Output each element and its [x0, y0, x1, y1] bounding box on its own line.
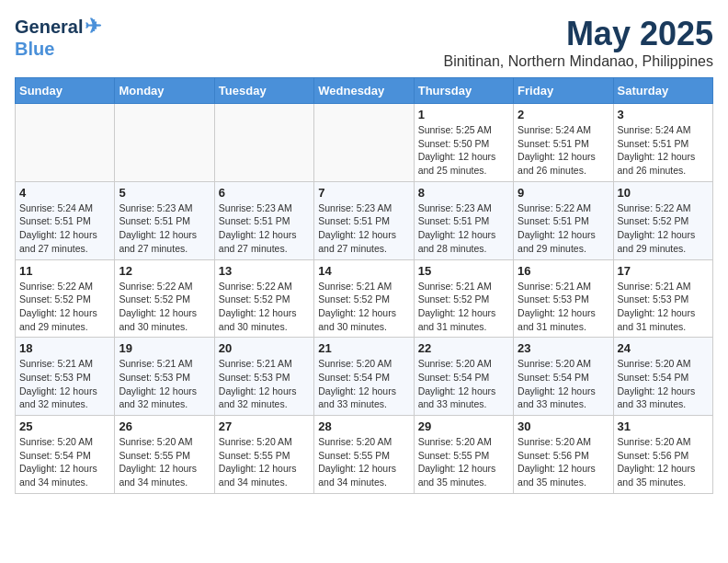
day-number: 9	[518, 186, 609, 200]
day-info: Sunrise: 5:21 AMSunset: 5:53 PMDaylight:…	[518, 280, 609, 334]
calendar-cell: 18Sunrise: 5:21 AMSunset: 5:53 PMDayligh…	[16, 338, 115, 416]
calendar-cell	[314, 104, 414, 182]
day-number: 13	[219, 264, 310, 278]
calendar-cell: 27Sunrise: 5:20 AMSunset: 5:55 PMDayligh…	[214, 416, 313, 494]
day-info: Sunrise: 5:20 AMSunset: 5:55 PMDaylight:…	[418, 435, 509, 489]
weekday-header-thursday: Thursday	[414, 78, 513, 104]
calendar-cell: 14Sunrise: 5:21 AMSunset: 5:52 PMDayligh…	[314, 259, 414, 338]
day-info: Sunrise: 5:20 AMSunset: 5:54 PMDaylight:…	[19, 435, 110, 489]
weekday-header-saturday: Saturday	[613, 78, 712, 104]
calendar-cell: 26Sunrise: 5:20 AMSunset: 5:55 PMDayligh…	[115, 416, 214, 494]
day-info: Sunrise: 5:20 AMSunset: 5:54 PMDaylight:…	[418, 357, 509, 411]
calendar-cell	[214, 104, 313, 182]
day-info: Sunrise: 5:22 AMSunset: 5:51 PMDaylight:…	[518, 201, 609, 256]
calendar-cell: 16Sunrise: 5:21 AMSunset: 5:53 PMDayligh…	[514, 259, 613, 338]
day-info: Sunrise: 5:20 AMSunset: 5:54 PMDaylight:…	[618, 357, 709, 411]
day-number: 18	[19, 341, 110, 355]
day-number: 15	[418, 264, 509, 278]
day-number: 24	[618, 341, 709, 355]
logo-blue-text: Blue	[15, 39, 54, 60]
day-info: Sunrise: 5:21 AMSunset: 5:53 PMDaylight:…	[19, 357, 110, 411]
day-number: 21	[318, 341, 409, 355]
day-info: Sunrise: 5:22 AMSunset: 5:52 PMDaylight:…	[119, 280, 210, 334]
day-info: Sunrise: 5:20 AMSunset: 5:54 PMDaylight:…	[318, 357, 409, 411]
day-number: 8	[418, 186, 509, 200]
day-info: Sunrise: 5:23 AMSunset: 5:51 PMDaylight:…	[418, 201, 509, 256]
day-number: 19	[119, 341, 210, 355]
calendar-cell: 11Sunrise: 5:22 AMSunset: 5:52 PMDayligh…	[16, 259, 115, 338]
day-number: 14	[318, 264, 409, 278]
calendar-cell: 5Sunrise: 5:23 AMSunset: 5:51 PMDaylight…	[115, 181, 214, 259]
logo: General ✈ Blue	[15, 15, 101, 60]
day-info: Sunrise: 5:21 AMSunset: 5:52 PMDaylight:…	[318, 280, 409, 334]
day-number: 31	[618, 419, 709, 433]
day-number: 1	[418, 108, 509, 121]
day-info: Sunrise: 5:20 AMSunset: 5:56 PMDaylight:…	[518, 435, 609, 489]
calendar-cell	[16, 104, 115, 182]
weekday-header-row: SundayMondayTuesdayWednesdayThursdayFrid…	[16, 78, 713, 104]
calendar-table: SundayMondayTuesdayWednesdayThursdayFrid…	[15, 77, 713, 494]
day-number: 29	[418, 419, 509, 433]
calendar-cell: 17Sunrise: 5:21 AMSunset: 5:53 PMDayligh…	[613, 259, 712, 338]
day-info: Sunrise: 5:21 AMSunset: 5:53 PMDaylight:…	[119, 357, 210, 411]
logo-bird-icon: ✈	[85, 15, 101, 39]
day-info: Sunrise: 5:20 AMSunset: 5:54 PMDaylight:…	[518, 357, 609, 411]
calendar-cell: 21Sunrise: 5:20 AMSunset: 5:54 PMDayligh…	[314, 338, 414, 416]
calendar-week-row: 18Sunrise: 5:21 AMSunset: 5:53 PMDayligh…	[16, 338, 713, 416]
day-number: 6	[219, 186, 310, 200]
day-number: 16	[518, 264, 609, 278]
weekday-header-sunday: Sunday	[16, 78, 115, 104]
calendar-cell: 29Sunrise: 5:20 AMSunset: 5:55 PMDayligh…	[414, 416, 513, 494]
day-number: 26	[119, 419, 210, 433]
day-info: Sunrise: 5:20 AMSunset: 5:55 PMDaylight:…	[318, 435, 409, 489]
day-info: Sunrise: 5:20 AMSunset: 5:55 PMDaylight:…	[119, 435, 210, 489]
day-info: Sunrise: 5:21 AMSunset: 5:53 PMDaylight:…	[618, 280, 709, 334]
day-info: Sunrise: 5:22 AMSunset: 5:52 PMDaylight:…	[219, 280, 310, 334]
day-info: Sunrise: 5:23 AMSunset: 5:51 PMDaylight:…	[318, 201, 409, 256]
calendar-cell: 12Sunrise: 5:22 AMSunset: 5:52 PMDayligh…	[115, 259, 214, 338]
day-info: Sunrise: 5:21 AMSunset: 5:53 PMDaylight:…	[219, 357, 310, 411]
day-info: Sunrise: 5:21 AMSunset: 5:52 PMDaylight:…	[418, 280, 509, 334]
day-info: Sunrise: 5:24 AMSunset: 5:51 PMDaylight:…	[19, 201, 110, 256]
calendar-cell: 25Sunrise: 5:20 AMSunset: 5:54 PMDayligh…	[16, 416, 115, 494]
calendar-cell: 7Sunrise: 5:23 AMSunset: 5:51 PMDaylight…	[314, 181, 414, 259]
day-info: Sunrise: 5:24 AMSunset: 5:51 PMDaylight:…	[618, 123, 709, 178]
calendar-cell: 2Sunrise: 5:24 AMSunset: 5:51 PMDaylight…	[514, 104, 613, 182]
day-info: Sunrise: 5:20 AMSunset: 5:55 PMDaylight:…	[219, 435, 310, 489]
calendar-cell: 22Sunrise: 5:20 AMSunset: 5:54 PMDayligh…	[414, 338, 513, 416]
logo-general-text: General	[15, 17, 83, 38]
month-title: May 2025	[443, 15, 713, 53]
day-info: Sunrise: 5:24 AMSunset: 5:51 PMDaylight:…	[518, 123, 609, 178]
calendar-week-row: 1Sunrise: 5:25 AMSunset: 5:50 PMDaylight…	[16, 104, 713, 182]
weekday-header-tuesday: Tuesday	[214, 78, 313, 104]
day-number: 25	[19, 419, 110, 433]
location-title: Binitinan, Northern Mindanao, Philippine…	[443, 53, 713, 70]
weekday-header-wednesday: Wednesday	[314, 78, 414, 104]
day-info: Sunrise: 5:22 AMSunset: 5:52 PMDaylight:…	[618, 201, 709, 256]
day-number: 27	[219, 419, 310, 433]
day-number: 23	[518, 341, 609, 355]
day-info: Sunrise: 5:23 AMSunset: 5:51 PMDaylight:…	[219, 201, 310, 256]
calendar-week-row: 4Sunrise: 5:24 AMSunset: 5:51 PMDaylight…	[16, 181, 713, 259]
calendar-cell: 23Sunrise: 5:20 AMSunset: 5:54 PMDayligh…	[514, 338, 613, 416]
calendar-cell: 13Sunrise: 5:22 AMSunset: 5:52 PMDayligh…	[214, 259, 313, 338]
calendar-cell: 8Sunrise: 5:23 AMSunset: 5:51 PMDaylight…	[414, 181, 513, 259]
calendar-cell: 9Sunrise: 5:22 AMSunset: 5:51 PMDaylight…	[514, 181, 613, 259]
day-number: 7	[318, 186, 409, 200]
day-number: 12	[119, 264, 210, 278]
calendar-cell: 1Sunrise: 5:25 AMSunset: 5:50 PMDaylight…	[414, 104, 513, 182]
calendar-cell: 10Sunrise: 5:22 AMSunset: 5:52 PMDayligh…	[613, 181, 712, 259]
calendar-cell: 3Sunrise: 5:24 AMSunset: 5:51 PMDaylight…	[613, 104, 712, 182]
day-number: 20	[219, 341, 310, 355]
day-info: Sunrise: 5:23 AMSunset: 5:51 PMDaylight:…	[119, 201, 210, 256]
weekday-header-monday: Monday	[115, 78, 214, 104]
calendar-cell: 15Sunrise: 5:21 AMSunset: 5:52 PMDayligh…	[414, 259, 513, 338]
calendar-cell: 30Sunrise: 5:20 AMSunset: 5:56 PMDayligh…	[514, 416, 613, 494]
weekday-header-friday: Friday	[514, 78, 613, 104]
day-number: 10	[618, 186, 709, 200]
day-number: 3	[618, 108, 709, 121]
calendar-cell: 19Sunrise: 5:21 AMSunset: 5:53 PMDayligh…	[115, 338, 214, 416]
day-number: 5	[119, 186, 210, 200]
page-header: General ✈ Blue May 2025 Binitinan, North…	[15, 15, 713, 70]
day-number: 28	[318, 419, 409, 433]
